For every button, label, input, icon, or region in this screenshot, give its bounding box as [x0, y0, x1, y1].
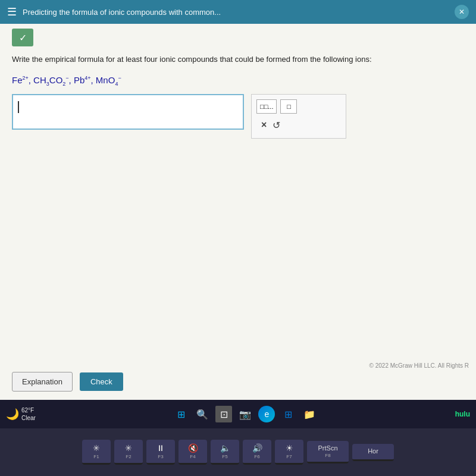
window-title: Predicting the formula of ionic compound…	[23, 8, 221, 17]
toolbar-bottom: × ↺	[256, 117, 341, 133]
answer-area: □□... □ × ↺	[0, 94, 476, 139]
question-text: Write the empirical formula for at least…	[12, 55, 372, 64]
text-cursor	[18, 101, 19, 113]
answer-input-box[interactable]	[12, 94, 244, 130]
folder-button[interactable]: 📁	[301, 406, 318, 422]
checkmark-badge: ✓	[12, 29, 33, 46]
key-prtscn[interactable]: PrtScn F8	[307, 441, 349, 464]
explanation-button[interactable]: Explanation	[12, 372, 73, 392]
key-f2[interactable]: ✳ F2	[114, 440, 143, 465]
close-button[interactable]: ✕	[455, 5, 469, 19]
main-content: ✓ Write the empirical formula for at lea…	[0, 24, 476, 400]
taskbar-right: hulu	[455, 410, 470, 418]
check-button[interactable]: Check	[80, 372, 123, 391]
windows-start-button[interactable]: ⊞	[173, 406, 189, 422]
taskbar: 🌙 62°F Clear ⊞ 🔍 ⊡ 📷 e ⊞ 📁 hulu	[0, 400, 476, 428]
key-f5[interactable]: 🔈 F5	[211, 440, 239, 465]
key-f7[interactable]: ☀ F7	[275, 440, 303, 465]
hulu-label: hulu	[455, 410, 470, 418]
formula-display: Fe2+, CH3CO2−, Pb4+, MnO4−	[0, 71, 476, 94]
edge-browser-button[interactable]: e	[258, 406, 275, 422]
question-section: Write the empirical formula for at least…	[0, 46, 476, 71]
toolbar-top: □□... □	[256, 99, 341, 114]
title-bar: ☰ Predicting the formula of ionic compou…	[0, 0, 476, 24]
weather-text: 62°F Clear	[21, 406, 36, 422]
subscript-superscript-button[interactable]: □□...	[256, 99, 277, 114]
weather-widget: 🌙 62°F Clear	[6, 406, 36, 422]
copyright-text: © 2022 McGraw Hill LLC. All Rights R	[369, 362, 469, 369]
taskbar-center: ⊞ 🔍 ⊡ 📷 e ⊞ 📁	[40, 406, 450, 422]
clear-button[interactable]: ×	[261, 120, 267, 130]
task-view-button[interactable]: ⊡	[215, 406, 232, 422]
key-f4[interactable]: 🔇 F4	[178, 440, 207, 465]
weather-icon: 🌙	[6, 408, 19, 421]
media-button[interactable]: 📷	[237, 406, 253, 422]
bottom-bar: Explanation Check © 2022 McGraw Hill LLC…	[0, 366, 476, 400]
keyboard-area: ✳ F1 ✳ F2 ⏸ F3 🔇 F4 🔈 F5 🔊 F6 ☀ F7 PrtSc…	[0, 428, 476, 476]
key-hor[interactable]: Hor	[352, 444, 394, 461]
key-f1[interactable]: ✳ F1	[82, 440, 111, 465]
grid-button[interactable]: ⊞	[280, 406, 296, 422]
toolbar-icon-group: □□... □	[256, 99, 297, 114]
key-f6[interactable]: 🔊 F6	[243, 440, 271, 465]
math-toolbar: □□... □ × ↺	[251, 94, 346, 139]
ion-formula: Fe2+, CH3CO2−, Pb4+, MnO4−	[12, 75, 121, 85]
undo-button[interactable]: ↺	[273, 120, 280, 131]
template-button[interactable]: □	[280, 99, 297, 114]
search-taskbar-button[interactable]: 🔍	[194, 406, 211, 422]
key-f3[interactable]: ⏸ F3	[146, 440, 175, 465]
content-spacer	[0, 139, 476, 367]
hamburger-icon[interactable]: ☰	[7, 5, 17, 18]
